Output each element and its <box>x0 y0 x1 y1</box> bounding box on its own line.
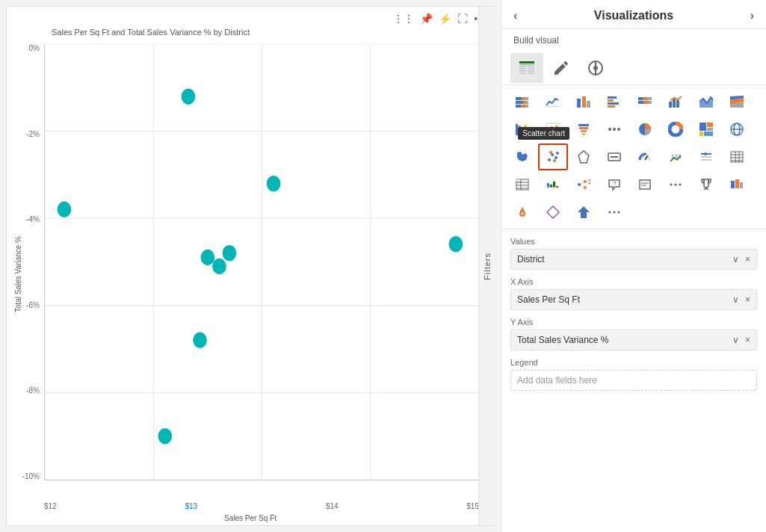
x-axis-title: Sales Per Sq Ft <box>224 514 277 522</box>
smart-narrative-btn[interactable] <box>630 171 660 198</box>
right-panel: ‹ Visualizations › Build visual <box>501 0 766 532</box>
values-chevron-icon[interactable]: ∨ <box>732 254 739 265</box>
filled-map-btn[interactable] <box>507 143 537 170</box>
globe-map-btn[interactable] <box>722 116 752 143</box>
chart-svg <box>45 44 479 480</box>
xaxis-remove-icon[interactable]: × <box>745 294 750 305</box>
table-viz-btn[interactable] <box>722 143 752 170</box>
line-chart-btn[interactable] <box>538 88 568 115</box>
data-point[interactable] <box>182 88 196 104</box>
x-axis-labels: $12 $13 $14 $15 <box>44 502 479 510</box>
svg-rect-67 <box>582 133 585 135</box>
card-btn[interactable] <box>599 143 629 170</box>
values-label: Values <box>510 237 757 246</box>
panel-collapse-left[interactable]: ‹ <box>513 9 517 22</box>
svg-rect-16 <box>528 68 534 69</box>
chart-area <box>44 44 479 480</box>
data-point[interactable] <box>58 202 72 217</box>
svg-point-73 <box>673 126 679 132</box>
panel-expand-right[interactable]: › <box>750 9 754 22</box>
scatter3-btn[interactable] <box>722 171 752 198</box>
data-point[interactable] <box>267 176 281 191</box>
svg-text:?: ? <box>613 180 617 187</box>
legend-placeholder[interactable]: Add data fields here <box>510 370 757 391</box>
decomp-tree-btn[interactable] <box>569 171 599 198</box>
xaxis-field-text: Sales Per Sq Ft <box>517 294 580 305</box>
yaxis-remove-icon[interactable]: × <box>745 335 750 345</box>
combo-chart-btn[interactable] <box>661 88 691 115</box>
svg-rect-39 <box>608 99 614 102</box>
diamond-btn[interactable] <box>538 199 568 226</box>
more-chart-btn[interactable] <box>599 116 629 143</box>
area-chart-btn[interactable] <box>691 88 721 115</box>
scatter-chart-btn[interactable]: Scatter chart <box>538 143 568 170</box>
xaxis-chevron-icon[interactable]: ∨ <box>732 294 739 305</box>
svg-point-121 <box>589 179 591 182</box>
yaxis-field[interactable]: Total Sales Variance % ∨ × <box>510 330 757 350</box>
yaxis-field-text: Total Sales Variance % <box>517 335 609 345</box>
data-point[interactable] <box>158 428 172 444</box>
svg-rect-44 <box>647 97 652 100</box>
svg-rect-41 <box>608 105 615 108</box>
treemap-btn[interactable] <box>691 116 721 143</box>
data-point[interactable] <box>449 236 463 252</box>
xaxis-field[interactable]: Sales Per Sq Ft ∨ × <box>510 289 757 310</box>
shape-map-btn[interactable] <box>569 143 599 170</box>
arrows-btn[interactable] <box>569 199 599 226</box>
stacked-bar-btn[interactable] <box>507 88 537 115</box>
svg-point-126 <box>670 184 673 186</box>
svg-rect-25 <box>516 97 522 100</box>
values-field[interactable]: District ∨ × <box>510 249 757 270</box>
move-icon[interactable]: ⋮⋮ <box>393 13 414 25</box>
bar-chart-btn[interactable] <box>569 88 599 115</box>
qna-btn[interactable]: ? <box>599 171 629 198</box>
table-rows-icon <box>518 59 536 77</box>
viz-top-format-btn[interactable] <box>545 53 578 83</box>
svg-rect-104 <box>516 179 521 182</box>
yaxis-chevron-icon[interactable]: ∨ <box>732 335 739 345</box>
viz-top-row <box>501 50 766 85</box>
matrix-btn[interactable] <box>507 171 537 198</box>
kpi-btn[interactable]: 123 <box>661 143 691 170</box>
funnel-chart-btn[interactable] <box>569 116 599 143</box>
stacked-area-btn[interactable] <box>722 88 752 115</box>
svg-rect-33 <box>525 105 528 108</box>
clustered-bar-btn[interactable] <box>599 88 629 115</box>
slicer-btn[interactable] <box>691 143 721 170</box>
svg-rect-36 <box>582 96 586 108</box>
100pct-bar-btn[interactable] <box>630 88 660 115</box>
trophy-btn[interactable] <box>691 171 721 198</box>
svg-point-139 <box>618 211 620 214</box>
svg-rect-38 <box>608 96 617 99</box>
svg-rect-11 <box>519 61 534 64</box>
expand-icon[interactable]: ⛶ <box>457 13 468 25</box>
yaxis-label: Y Axis <box>510 318 757 327</box>
map3-btn[interactable] <box>507 199 537 226</box>
values-remove-icon[interactable]: × <box>745 254 750 265</box>
svg-point-82 <box>548 158 551 161</box>
viz-top-analytics-btn[interactable] <box>579 53 612 83</box>
svg-rect-18 <box>528 70 534 72</box>
data-point[interactable] <box>193 332 207 347</box>
more2-btn[interactable] <box>599 199 629 226</box>
more-viz-btn[interactable] <box>661 171 691 198</box>
filter-icon[interactable]: ⚡ <box>439 13 451 25</box>
pin-icon[interactable]: 📌 <box>420 13 433 25</box>
gauge-btn[interactable] <box>630 143 660 170</box>
panel-title: Visualizations <box>594 9 673 22</box>
donut-chart-btn[interactable] <box>661 116 691 143</box>
svg-rect-37 <box>587 101 590 108</box>
viz-icons-container: Scatter chart 123 <box>501 85 766 229</box>
pie-chart-btn[interactable] <box>630 116 660 143</box>
data-point[interactable] <box>212 259 226 274</box>
viz-top-table-btn[interactable] <box>510 53 543 83</box>
data-point[interactable] <box>201 250 215 265</box>
y-label-6: -6% <box>26 301 40 309</box>
waterfall-btn[interactable] <box>538 171 568 198</box>
format-icon <box>552 59 570 77</box>
svg-rect-30 <box>526 101 528 104</box>
filters-tab[interactable]: Filters <box>478 7 495 525</box>
y-label-2: -2% <box>26 130 40 138</box>
data-point[interactable] <box>223 245 237 261</box>
svg-rect-19 <box>519 72 526 74</box>
